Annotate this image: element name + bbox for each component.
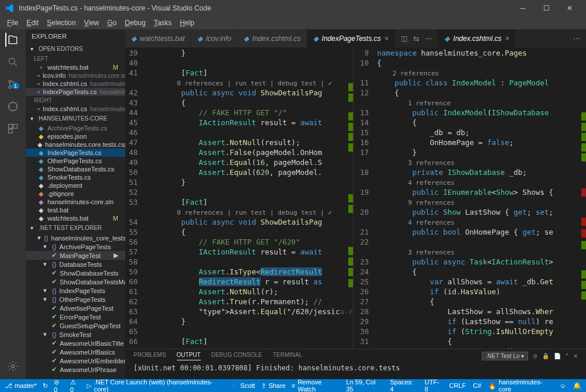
test-item[interactable]: ✔AwesomeUrlEmbeddedPlayer <box>26 356 125 365</box>
sync-button[interactable]: ↻ <box>43 382 48 390</box>
editor-tab[interactable]: ◆watchtests.bat <box>125 29 191 47</box>
file-item[interactable]: ◆watchtests.batM <box>26 214 125 222</box>
language[interactable]: C# <box>473 379 481 392</box>
file-item[interactable]: ◆OtherPageTests.cs <box>26 157 125 165</box>
close-icon[interactable]: × <box>385 34 389 43</box>
file-icon: ▫ <box>37 64 44 71</box>
project-header[interactable]: ▾HANSELMINUTES-CORE <box>26 113 125 124</box>
editor-left[interactable]: 3940414243444546474849505152535455565758… <box>125 48 354 349</box>
file-item[interactable]: ◆SmokeTests.cs <box>26 173 125 181</box>
git-branch[interactable]: ⎇ master* <box>5 382 37 390</box>
menu-file[interactable]: File <box>4 18 22 28</box>
file-item[interactable]: ◆episodes.json <box>26 132 125 140</box>
notifications-icon[interactable]: 🔔 <box>573 379 581 392</box>
open-file-icon[interactable]: 📄 <box>554 353 561 359</box>
menu-view[interactable]: View <box>80 18 102 28</box>
indent[interactable]: Spaces: 4 <box>390 379 417 392</box>
menu-debug[interactable]: Debug <box>121 18 149 28</box>
file-item[interactable]: ▫lcov.infohanselminutes.core.tests <box>26 71 125 80</box>
menu-edit[interactable]: Edit <box>23 18 42 28</box>
file-item[interactable]: ◆hanselminutes-core.sln <box>26 198 125 206</box>
eol[interactable]: CRLF <box>449 379 466 392</box>
file-item[interactable]: ▫Index.cshtml.cshanselminutes.core\P... <box>26 80 125 88</box>
menu-selection[interactable]: Selection <box>43 18 79 28</box>
extensions-icon[interactable] <box>6 122 20 136</box>
editor-tab[interactable]: ◆Index.cshtml.cs <box>238 29 307 47</box>
liveshare-user[interactable]: 👤 Scott <box>230 382 255 390</box>
file-item[interactable]: ▫Index.cshtml.cshanselminutes.core\P... <box>26 105 125 113</box>
maximize-button[interactable]: ☐ <box>534 0 558 16</box>
debug-icon[interactable] <box>6 99 20 114</box>
editor-right[interactable]: 9101112131415161718192021222324252627282… <box>354 48 586 349</box>
close-button[interactable]: ✕ <box>558 0 581 16</box>
search-icon[interactable] <box>6 55 20 69</box>
test-item[interactable]: ✔ErrorPageTest <box>26 312 125 321</box>
editor-tab[interactable]: ◆lcov.info <box>191 29 238 47</box>
panel-tab-debug[interactable]: DEBUG CONSOLE <box>211 352 262 360</box>
encoding[interactable]: UTF-8 <box>424 379 442 392</box>
panel-tab-terminal[interactable]: TERMINAL <box>273 352 303 360</box>
file-item[interactable]: ◆ShowDatabaseTests.cs <box>26 165 125 173</box>
panel-maximize-icon[interactable]: ^ <box>566 353 568 359</box>
more-icon[interactable]: ⋯ <box>573 35 580 43</box>
file-item[interactable]: ◆test.bat <box>26 206 125 214</box>
file-icon: ▫ <box>37 80 40 87</box>
errors[interactable]: ⊘ 0 <box>54 379 64 393</box>
output-channel-dropdown[interactable]: .NET Test Lo ▾ <box>482 352 528 360</box>
test-class[interactable]: ▾{}IndexPageTests <box>26 286 125 295</box>
play-icon[interactable]: ▶ <box>114 252 121 259</box>
test-class[interactable]: ▾{}ArchivePageTests <box>26 242 125 251</box>
panel-tab-output[interactable]: OUTPUT <box>177 352 201 360</box>
file-item[interactable]: ▫IndexPageTests.cshanselminutes.cor... <box>26 88 125 96</box>
lock-scroll-icon[interactable]: 🔒 <box>542 353 549 359</box>
panel-close-icon[interactable]: ✕ <box>573 353 578 359</box>
menu-go[interactable]: Go <box>104 18 120 28</box>
menu-help[interactable]: Help <box>176 18 198 28</box>
close-icon[interactable]: × <box>505 34 510 43</box>
file-item[interactable]: ◆.gitignore <box>26 190 125 198</box>
explorer-icon[interactable] <box>5 33 19 47</box>
svg-point-0 <box>9 58 15 64</box>
warnings[interactable]: ⚠ 0 <box>70 379 81 393</box>
liveshare-share[interactable]: ⇪ Share <box>261 382 286 390</box>
test-item[interactable]: ✔AwesomeUrlBasics <box>26 348 125 356</box>
file-item[interactable]: ◆hanselminutes.core.tests.csproj <box>26 140 125 149</box>
svg-rect-7 <box>9 129 13 133</box>
scm-badge: 1 <box>12 83 19 89</box>
test-item[interactable]: ✔AwesomeUrlPhrase <box>26 365 125 374</box>
file-item[interactable]: ◆.deployment <box>26 181 125 190</box>
test-class[interactable]: ▾{}DatabaseTests <box>26 260 125 269</box>
project-status[interactable]: 🔥 hanselminutes-core <box>488 379 553 392</box>
test-class[interactable]: ▾{}SmokeTest <box>26 330 125 339</box>
remove-watch[interactable]: ≡ Remove Watch <box>292 379 340 392</box>
clear-output-icon[interactable]: ⊘ <box>533 353 537 359</box>
feedback-icon[interactable]: ☺ <box>560 379 566 392</box>
test-explorer-header[interactable]: ▾.NET TEST EXPLORER <box>26 222 125 233</box>
more-icon[interactable]: ⋯ <box>425 35 432 43</box>
cursor-position[interactable]: Ln 59, Col 35 <box>346 379 383 392</box>
file-item[interactable]: ▫watchtests.batM <box>26 63 125 71</box>
file-item[interactable]: ◆IndexPageTests.cs <box>26 149 125 157</box>
compare-icon[interactable]: ⇆ <box>413 35 419 43</box>
file-icon: ◆ <box>37 157 44 164</box>
test-item[interactable]: ✔ShowDatabaseTests <box>26 269 125 277</box>
panel-tab-problems[interactable]: PROBLEMS <box>133 352 166 360</box>
editor-tab[interactable]: ◆Index.cshtml.cs× <box>438 29 516 47</box>
debug-launch[interactable]: ▷ .NET Core Launch (web) (hanselminutes-… <box>87 379 224 392</box>
menu-tasks[interactable]: Tasks <box>150 18 176 28</box>
test-item[interactable]: ✔GuestSetupPageTest <box>26 321 125 330</box>
editor-tab[interactable]: ◆IndexPageTests.cs× <box>307 29 396 47</box>
test-root[interactable]: ▾{}hanselminutes_core_tests <box>26 233 125 242</box>
cs-icon: ◆ <box>244 35 249 43</box>
open-editors-header[interactable]: ▾OPEN EDITORS <box>26 43 125 54</box>
file-item[interactable]: ◆ArchivePageTests.cs <box>26 124 125 132</box>
split-icon[interactable]: ◫ <box>401 35 407 43</box>
test-item[interactable]: ✔ShowDatabaseTestsMarkdown <box>26 277 125 286</box>
test-item[interactable]: ✔MainPageTest▶ <box>26 251 125 260</box>
test-item[interactable]: ✔AdvertisePageTest <box>26 304 125 312</box>
cs-icon: ◆ <box>197 35 203 43</box>
test-class[interactable]: ▾{}OtherPageTests <box>26 295 125 304</box>
settings-icon[interactable] <box>6 359 20 373</box>
minimize-button[interactable]: ─ <box>511 0 534 16</box>
test-item[interactable]: ✔AwesomeUrlBasicTitle <box>26 339 125 348</box>
